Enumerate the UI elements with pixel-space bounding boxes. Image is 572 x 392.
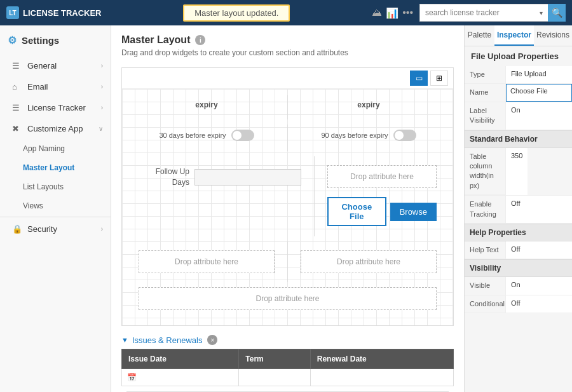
sidebar-item-email[interactable]: ⌂ Email › <box>0 76 111 97</box>
single-col-view-btn[interactable]: ▭ <box>410 71 428 86</box>
follow-up-input[interactable] <box>194 169 301 186</box>
prop-conditional: Conditional Off <box>465 295 572 313</box>
sidebar: ⚙ Settings ☰ General › ⌂ Email › ☰ Licen… <box>0 25 111 392</box>
sidebar-label-customize-app: Customize App <box>27 124 83 133</box>
visibility-header: Visibility <box>465 259 572 277</box>
main-content: Master Layout i Drag and drop widgets to… <box>111 25 464 392</box>
panel-section-title: File Upload Properties <box>465 46 572 66</box>
sidebar-sub-app-naming[interactable]: App Naming <box>0 139 111 158</box>
sidebar-label-security: Security <box>27 224 57 234</box>
content-subtitle: Drag and drop widgets to create your cus… <box>121 48 454 57</box>
col-left-toggle: 30 days before expiry <box>128 125 285 151</box>
app-title: LICENSE TRACKER <box>23 8 102 18</box>
drop-zone-bottom-left: Drop attribute here <box>139 250 275 273</box>
multi-col-view-btn[interactable]: ⊞ <box>430 71 448 86</box>
prop-table-col-value: 350 <box>506 148 528 196</box>
col-renewal-date: Renewal Date <box>310 349 453 369</box>
choose-file-button[interactable]: Choose File <box>327 197 386 226</box>
settings-gear-icon: ⚙ <box>8 34 17 46</box>
search-bar: ▾ 🔍 <box>419 4 566 22</box>
prop-type: Type File Upload <box>465 66 572 84</box>
search-input[interactable] <box>419 4 534 22</box>
canvas-toolbar: ▭ ⊞ <box>122 68 453 89</box>
browse-button[interactable]: Browse <box>390 203 437 221</box>
search-button[interactable]: 🔍 <box>548 4 566 22</box>
sidebar-label-general: General <box>27 61 57 71</box>
prop-type-label: Type <box>465 66 506 83</box>
prop-help-text: Help Text Off <box>465 241 572 259</box>
prop-tracking-value: Off <box>506 196 572 223</box>
settings-header: ⚙ Settings <box>0 25 111 55</box>
right-panel: Palette Inspector Revisions File Upload … <box>464 25 572 392</box>
canvas-area: ▭ ⊞ expiry expiry <box>121 67 454 326</box>
sidebar-sub-views[interactable]: Views <box>0 196 111 215</box>
content-title: Master Layout i <box>121 34 454 46</box>
col1-toggle[interactable] <box>231 130 254 141</box>
logo-icon: LT <box>6 6 19 19</box>
issues-table: Issue Date Term Renewal Date 📅 <box>121 349 454 386</box>
tab-inspector[interactable]: Inspector <box>494 25 534 46</box>
col-right-drop: Drop attribute here <box>290 241 447 282</box>
renewal-date-cell <box>310 369 453 386</box>
sidebar-sub-master-layout[interactable]: Master Layout <box>0 158 111 177</box>
sidebar-divider <box>0 217 111 217</box>
prop-conditional-label: Conditional <box>465 295 506 313</box>
file-upload-row: Choose File Browse <box>322 192 442 231</box>
main-layout: ⚙ Settings ☰ General › ⌂ Email › ☰ Licen… <box>0 25 572 392</box>
drop-zone-top-right: Drop attribute here <box>327 165 437 188</box>
prop-visible: Visible On <box>465 277 572 295</box>
sidebar-item-license-tracker[interactable]: ☰ License Tracker › <box>0 97 111 118</box>
follow-up-row: Follow Up Days Drop attribute here Choos… <box>128 156 447 236</box>
issues-section: ▼ Issues & Renewals × Issue Date Term Re… <box>121 331 454 392</box>
settings-label: Settings <box>22 35 59 46</box>
sidebar-item-security[interactable]: 🔒 Security › <box>0 219 111 240</box>
canvas-grid: expiry expiry 30 days before expiry <box>122 89 453 325</box>
issues-chevron-icon: ▼ <box>121 336 128 344</box>
sidebar-sub-menu: App Naming Master Layout List Layouts Vi… <box>0 139 111 215</box>
col-left-follow: Follow Up Days <box>128 156 311 236</box>
col2-label: expiry <box>296 100 442 109</box>
panel-tabs: Palette Inspector Revisions <box>465 25 572 46</box>
col1-label: expiry <box>133 100 280 109</box>
search-dropdown[interactable]: ▾ <box>534 4 548 22</box>
col-right: expiry <box>290 95 447 119</box>
prop-visible-value: On <box>506 277 572 294</box>
sidebar-label-license-tracker: License Tracker <box>27 103 86 112</box>
sidebar-item-general[interactable]: ☰ General › <box>0 55 111 76</box>
issues-table-header: Issue Date Term Renewal Date <box>122 349 454 369</box>
bar-chart-icon-btn[interactable]: 📊 <box>386 7 398 19</box>
prop-label-vis-value: On <box>506 102 572 130</box>
prop-label-visibility: Label Visibility On <box>465 102 572 130</box>
add-note-row <box>121 386 454 392</box>
tab-revisions[interactable]: Revisions <box>534 25 572 46</box>
general-arrow: › <box>101 62 103 69</box>
security-icon: 🔒 <box>12 224 22 234</box>
prop-enable-tracking: Enable Tracking Off <box>465 196 572 224</box>
prop-name-value[interactable]: Choose File <box>506 84 572 101</box>
email-icon: ⌂ <box>12 82 22 91</box>
page-title: Master Layout <box>121 34 190 46</box>
col-issue-date: Issue Date <box>122 349 239 369</box>
help-properties-header: Help Properties <box>465 224 572 241</box>
calendar-icon[interactable]: 📅 <box>127 373 137 382</box>
issue-date-cell: 📅 <box>122 369 239 386</box>
tab-palette[interactable]: Palette <box>465 25 494 46</box>
follow-up-label: Follow Up Days <box>139 166 189 188</box>
prop-conditional-value: Off <box>506 295 572 313</box>
sidebar-sub-list-layouts[interactable]: List Layouts <box>0 177 111 196</box>
issues-close-btn[interactable]: × <box>207 335 217 345</box>
issues-header[interactable]: ▼ Issues & Renewals × <box>121 331 454 349</box>
col-left-drop: Drop attribute here <box>128 241 285 282</box>
chart-icon-btn[interactable]: ⛰ <box>372 7 382 18</box>
col2-toggle[interactable] <box>393 130 416 141</box>
content-header: Master Layout i Drag and drop widgets to… <box>111 25 464 67</box>
drop-zone-extra: Drop attribute here <box>139 287 437 310</box>
info-icon[interactable]: i <box>195 35 205 45</box>
more-options-btn[interactable]: ••• <box>402 7 413 18</box>
col-right-toggle: 90 days before expiry <box>290 125 447 151</box>
col2-toggle-label: 90 days before expiry <box>321 131 388 140</box>
table-row: 📅 <box>122 369 454 386</box>
sidebar-item-customize-app[interactable]: ✖ Customize App ∨ <box>0 118 111 139</box>
license-tracker-icon: ☰ <box>12 103 22 112</box>
prop-name-label: Name <box>465 84 506 101</box>
